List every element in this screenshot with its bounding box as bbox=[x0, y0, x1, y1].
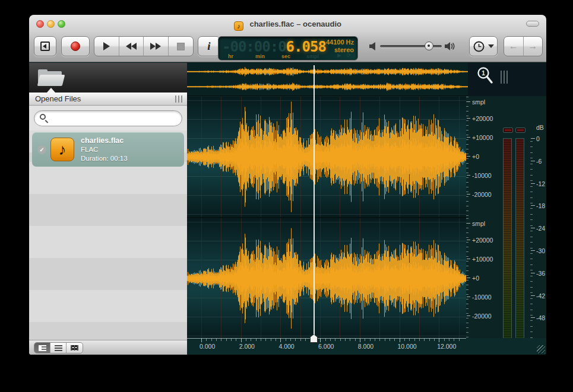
window-resize-grip[interactable] bbox=[537, 345, 545, 353]
scale-label: -10000 bbox=[472, 294, 492, 301]
time-digits-lit: 6.058 bbox=[286, 39, 326, 55]
db-label: -12 bbox=[536, 180, 545, 187]
axis-label: 2.000 bbox=[239, 343, 255, 350]
opened-files-title: Opened Files bbox=[35, 94, 81, 103]
skip-to-start-icon bbox=[40, 42, 50, 51]
titlebar[interactable]: ♪ charlies.flac – ocenaudio bbox=[29, 15, 546, 33]
app-window: ♪ charlies.flac – ocenaudio i bbox=[29, 15, 546, 355]
zoom-one-to-one-icon[interactable]: 1 bbox=[476, 66, 494, 85]
view-grid-icon bbox=[71, 345, 78, 350]
scale-label: +0 bbox=[472, 153, 479, 160]
search-field[interactable] bbox=[34, 110, 182, 126]
volume-slider-knob[interactable] bbox=[425, 42, 433, 50]
time-digits: -00:00:06.058 bbox=[222, 39, 326, 55]
unit-sec: sec bbox=[281, 53, 290, 59]
history-nav-group: ← → bbox=[504, 36, 543, 56]
view-details-button[interactable] bbox=[34, 343, 50, 353]
play-button[interactable] bbox=[94, 37, 119, 56]
toolbar-toggle-button[interactable] bbox=[526, 21, 539, 27]
unit-smpl: smpl bbox=[306, 53, 319, 59]
stop-icon bbox=[177, 43, 185, 50]
record-icon bbox=[71, 42, 80, 51]
db-label: 0 bbox=[536, 135, 540, 142]
rewind-icon bbox=[126, 43, 131, 50]
back-arrow-icon: ← bbox=[509, 41, 518, 52]
scale-label: +10000 bbox=[472, 256, 493, 263]
scale-label: +20000 bbox=[472, 115, 493, 122]
sample-rate: 44100 Hz bbox=[326, 39, 354, 46]
recent-times-button[interactable] bbox=[469, 36, 498, 56]
window-title: charlies.flac – ocenaudio bbox=[249, 20, 341, 28]
back-button[interactable]: ← bbox=[504, 37, 524, 56]
scale-label: +0 bbox=[472, 275, 479, 282]
info-icon: i bbox=[207, 40, 210, 53]
overview-grip-icon[interactable] bbox=[501, 71, 508, 84]
transport-group bbox=[94, 36, 194, 56]
overview-waveform[interactable] bbox=[187, 63, 468, 96]
search-icon bbox=[40, 114, 46, 120]
fast-forward-icon-2 bbox=[156, 43, 161, 50]
amplitude-scale-ch1: smpl+20000+10000+0-10000-20000 bbox=[466, 97, 503, 217]
play-icon bbox=[103, 42, 110, 50]
scale-label: -10000 bbox=[472, 172, 492, 179]
unit-min: min bbox=[255, 53, 265, 59]
view-details-icon bbox=[39, 345, 46, 351]
db-label: -18 bbox=[536, 202, 545, 209]
db-label: -30 bbox=[536, 247, 545, 254]
file-list[interactable]: ✓ ♪ charlies.flac FLAC Duration: 00:13 bbox=[29, 106, 187, 340]
time-digits-dim: -00:00:0 bbox=[222, 39, 286, 55]
waveform-channel-2[interactable] bbox=[187, 218, 466, 339]
panel-grip-icon[interactable] bbox=[175, 95, 182, 103]
view-list-icon bbox=[55, 345, 62, 351]
axis-label: 4.000 bbox=[278, 343, 294, 350]
db-minor-ticks bbox=[530, 141, 533, 355]
waveform-channel-1[interactable] bbox=[187, 97, 466, 217]
file-meta: charlies.flac FLAC Duration: 00:13 bbox=[81, 136, 128, 163]
time-ruler[interactable]: 0.0002.0004.0006.0008.00010.00012.000 bbox=[187, 338, 546, 355]
loop-play-dim-icons: ▶ ⟳ bbox=[337, 52, 353, 58]
axis-label: 10.000 bbox=[398, 343, 417, 350]
window-chrome: ♪ charlies.flac – ocenaudio i bbox=[29, 15, 546, 62]
view-grid-button[interactable] bbox=[67, 343, 83, 353]
check-icon: ✓ bbox=[37, 145, 46, 154]
file-format: FLAC bbox=[81, 145, 128, 154]
scale-label: +10000 bbox=[472, 134, 493, 141]
opened-files-folder-icon[interactable] bbox=[38, 69, 64, 86]
view-mode-group bbox=[34, 342, 83, 353]
skip-to-start-button[interactable] bbox=[34, 36, 56, 56]
clip-indicator-right[interactable] bbox=[515, 128, 525, 133]
info-button[interactable]: i bbox=[198, 36, 220, 56]
sidebar-toolbar bbox=[29, 63, 187, 93]
axis-label: 12.000 bbox=[437, 343, 456, 350]
speaker-high-icon bbox=[445, 42, 455, 50]
sidebar-statusbar bbox=[29, 340, 187, 355]
level-meter-right bbox=[515, 138, 524, 355]
rewind-button[interactable] bbox=[119, 37, 144, 56]
audio-file-icon: ♪ bbox=[50, 138, 74, 161]
db-label: -6 bbox=[536, 158, 542, 165]
scale-label: smpl bbox=[472, 98, 485, 106]
forward-button[interactable]: → bbox=[524, 37, 543, 56]
record-button[interactable] bbox=[61, 36, 90, 56]
scale-label: -20000 bbox=[472, 191, 492, 198]
stop-button[interactable] bbox=[169, 37, 193, 56]
playhead-line[interactable] bbox=[314, 65, 315, 338]
chevron-down-icon bbox=[488, 44, 494, 48]
scale-label: +20000 bbox=[472, 237, 493, 244]
svg-text:1: 1 bbox=[482, 70, 485, 77]
file-list-item[interactable]: ✓ ♪ charlies.flac FLAC Duration: 00:13 bbox=[32, 132, 184, 167]
search-input[interactable] bbox=[52, 113, 177, 124]
time-display[interactable]: -00:00:06.058 hr min sec smpl 44100 Hz s… bbox=[218, 36, 358, 60]
db-label: -48 bbox=[536, 314, 545, 321]
level-meter-left bbox=[503, 138, 512, 355]
amplitude-scale-ch2: smpl+20000+10000+0-10000-20000 bbox=[466, 218, 503, 339]
view-list-button[interactable] bbox=[50, 343, 67, 353]
db-label: -36 bbox=[536, 270, 545, 277]
clip-indicator-left[interactable] bbox=[503, 128, 513, 133]
fast-forward-icon bbox=[150, 43, 156, 50]
clock-icon bbox=[473, 41, 485, 52]
meters-panel: smpl+20000+10000+0-10000-20000 smpl+2000… bbox=[466, 97, 546, 355]
sidebar: Opened Files ✓ ♪ charlies.flac FLAC Dura… bbox=[29, 63, 187, 355]
opened-files-header[interactable]: Opened Files bbox=[29, 93, 187, 106]
fast-forward-button[interactable] bbox=[144, 37, 169, 56]
